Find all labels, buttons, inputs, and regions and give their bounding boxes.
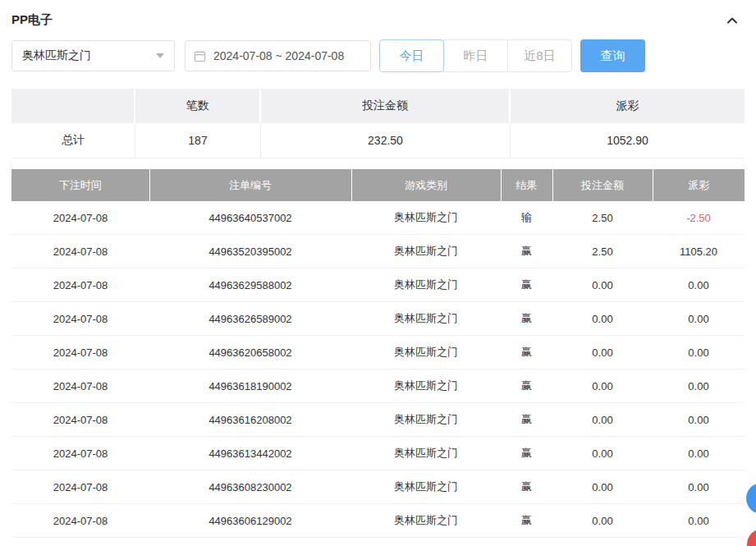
today-button[interactable]: 今日 [379, 39, 444, 72]
cell-game-category: 奥林匹斯之门 [351, 538, 501, 546]
date-range-value: 2024-07-08 ~ 2024-07-08 [213, 49, 344, 62]
cell-payout: 0.00 [653, 336, 745, 369]
cell-bet-time: 2024-07-08 [11, 538, 149, 546]
cell-result: 赢 [501, 268, 552, 302]
cell-game-category: 奥林匹斯之门 [351, 268, 501, 302]
cell-game-category: 奥林匹斯之门 [351, 336, 501, 369]
cell-result: 赢 [501, 369, 552, 403]
header-result: 结果 [501, 169, 552, 201]
cell-bet-time: 2024-07-08 [11, 504, 149, 538]
summary-header-row: 笔数 投注金额 派彩 [11, 89, 745, 123]
date-range-input[interactable]: 2024-07-08 ~ 2024-07-08 [185, 40, 371, 71]
summary-header-count: 笔数 [135, 89, 261, 123]
last-8-days-button[interactable]: 近8日 [507, 39, 572, 72]
cell-game-category: 奥林匹斯之门 [351, 235, 501, 268]
table-row: 2024-07-0844963620658002奥林匹斯之门赢0.000.00 [11, 336, 745, 369]
cell-bet-amount: 0.00 [552, 369, 653, 403]
summary-total-count: 187 [135, 123, 261, 158]
cell-payout: 0.00 [653, 538, 745, 546]
cell-result: 赢 [501, 403, 552, 437]
cell-bet-amount: 0.00 [552, 403, 653, 437]
yesterday-button[interactable]: 昨日 [443, 39, 508, 72]
summary-total-payout: 1052.90 [511, 123, 745, 158]
header-order-id: 注单编号 [149, 169, 351, 201]
cell-order-id: 44963603414002 [149, 538, 351, 546]
cell-order-id: 44963520395002 [149, 235, 351, 268]
table-row: 2024-07-0844963608230002奥林匹斯之门赢0.000.00 [11, 470, 745, 504]
records-header-row: 下注时间 注单编号 游戏类别 结果 投注金额 派彩 [11, 169, 745, 201]
calendar-icon [194, 50, 206, 62]
cell-bet-time: 2024-07-08 [11, 235, 149, 268]
cell-game-category: 奥林匹斯之门 [351, 201, 501, 235]
cell-payout: 0.00 [653, 302, 745, 336]
table-row: 2024-07-0844963603414002奥林匹斯之门赢0.000.00 [11, 538, 745, 546]
cell-order-id: 44963606129002 [149, 504, 351, 538]
cell-bet-amount: 0.00 [552, 268, 653, 302]
cell-order-id: 44963626589002 [149, 302, 351, 336]
records-table: 下注时间 注单编号 游戏类别 结果 投注金额 派彩 2024-07-084496… [11, 169, 745, 546]
cell-order-id: 44963616208002 [149, 403, 351, 437]
cell-payout: 1105.20 [653, 235, 745, 268]
table-row: 2024-07-0844963640537002奥林匹斯之门输2.50-2.50 [11, 201, 745, 235]
game-select[interactable]: 奥林匹斯之门 [11, 40, 175, 71]
cell-result: 赢 [501, 437, 552, 470]
cell-bet-amount: 0.00 [552, 470, 653, 504]
cell-result: 赢 [501, 235, 552, 268]
summary-header-spacer [11, 89, 135, 123]
panel-header: PP电子 [0, 0, 756, 38]
summary-header-payout: 派彩 [511, 89, 745, 123]
cell-payout: 0.00 [653, 268, 745, 302]
header-bet-amount: 投注金额 [552, 169, 653, 201]
summary-total-row: 总计 187 232.50 1052.90 [11, 123, 745, 158]
cell-bet-amount: 0.00 [552, 504, 653, 538]
cell-bet-time: 2024-07-08 [11, 437, 149, 470]
table-row: 2024-07-0844963618190002奥林匹斯之门赢0.000.00 [11, 369, 745, 403]
game-select-value: 奥林匹斯之门 [22, 48, 91, 63]
cell-game-category: 奥林匹斯之门 [351, 302, 501, 336]
cell-game-category: 奥林匹斯之门 [351, 470, 501, 504]
cell-result: 赢 [501, 470, 552, 504]
query-button[interactable]: 查询 [580, 39, 645, 72]
cell-payout: 0.00 [653, 504, 745, 538]
records-table-body: 2024-07-0844963640537002奥林匹斯之门输2.50-2.50… [11, 201, 745, 546]
cell-bet-amount: 2.50 [552, 235, 653, 268]
cell-result: 赢 [501, 336, 552, 369]
cell-bet-time: 2024-07-08 [11, 369, 149, 403]
cell-bet-amount: 2.50 [552, 201, 653, 235]
floating-promo-button[interactable] [747, 529, 756, 546]
header-bet-time: 下注时间 [11, 169, 149, 201]
cell-bet-amount: 0.00 [552, 336, 653, 369]
summary-header-bet-amount: 投注金额 [261, 89, 511, 123]
summary-table: 笔数 投注金额 派彩 总计 187 232.50 1052.90 [11, 89, 745, 158]
cell-payout: 0.00 [653, 369, 745, 403]
cell-order-id: 44963608230002 [149, 470, 351, 504]
cell-bet-amount: 0.00 [552, 437, 653, 470]
table-row: 2024-07-0844963616208002奥林匹斯之门赢0.000.00 [11, 403, 745, 437]
header-game-category: 游戏类别 [351, 169, 501, 201]
cell-bet-time: 2024-07-08 [11, 403, 149, 437]
panel-title: PP电子 [11, 12, 53, 28]
cell-bet-time: 2024-07-08 [11, 336, 149, 369]
cell-result: 赢 [501, 302, 552, 336]
cell-game-category: 奥林匹斯之门 [351, 403, 501, 437]
cell-order-id: 44963620658002 [149, 336, 351, 369]
cell-result: 输 [501, 201, 552, 235]
floating-service-button[interactable] [746, 483, 756, 514]
summary-total-label: 总计 [11, 123, 135, 158]
chevron-down-icon [156, 53, 164, 58]
cell-payout: 0.00 [653, 470, 745, 504]
cell-bet-time: 2024-07-08 [11, 470, 149, 504]
summary-total-bet-amount: 232.50 [261, 123, 511, 158]
quick-range-group: 今日 昨日 近8日 [379, 39, 572, 72]
chevron-up-icon[interactable] [725, 13, 740, 28]
cell-order-id: 44963629588002 [149, 268, 351, 302]
table-row: 2024-07-0844963520395002奥林匹斯之门赢2.501105.… [11, 235, 745, 268]
cell-order-id: 44963618190002 [149, 369, 351, 403]
cell-bet-amount: 0.00 [552, 538, 653, 546]
cell-result: 赢 [501, 504, 552, 538]
cell-bet-amount: 0.00 [552, 302, 653, 336]
header-payout: 派彩 [653, 169, 745, 201]
cell-bet-time: 2024-07-08 [11, 302, 149, 336]
cell-order-id: 44963613442002 [149, 437, 351, 470]
cell-payout: -2.50 [653, 201, 745, 235]
